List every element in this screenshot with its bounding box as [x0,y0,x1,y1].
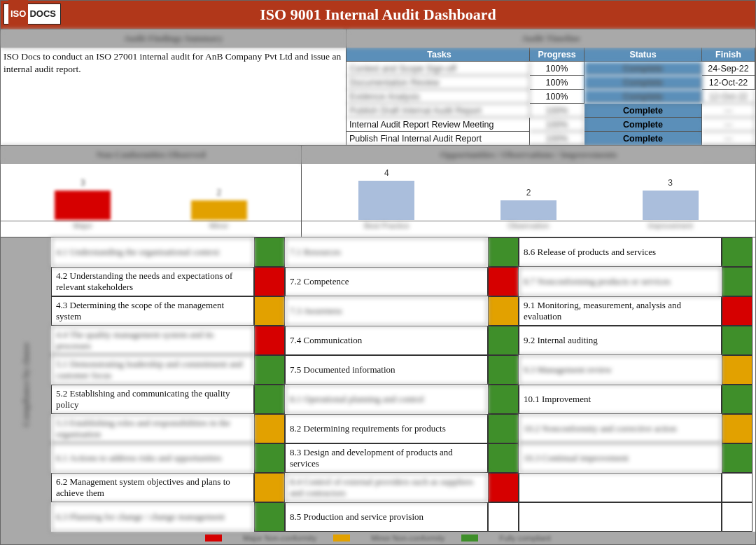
rag-cell [254,237,285,267]
rag-cell [488,237,519,267]
status-cell: Complete [584,132,702,146]
clause-cell: 8.3 Design and development of products a… [285,443,488,473]
legend-label: Major Non-conformity [243,534,316,542]
rag-cell [254,473,285,502]
timeline-table: Tasks Progress Status Finish Context and… [346,48,755,160]
rag-cell [722,267,752,296]
rag-cell [488,443,519,473]
chart-b-body: 4Best Practice2Observation3Improvement [302,164,755,237]
legend-swatch [461,534,478,541]
clause-cell: 7.1 Resources [285,237,488,267]
clause-cell: 7.4 Communication [285,326,488,355]
rag-cell [488,267,519,296]
clause-cell: 6.2 Management system objectives and pla… [51,473,254,502]
clause-cell: 9.2 Internal auditing [519,326,722,355]
chart-b-bar: 2Observation [458,188,600,233]
page-title: ISO 9001 Internal Audit Dashboard [260,6,496,23]
finish-cell: 12-Oct-22 [702,90,755,104]
rag-cell [722,296,752,326]
clause-cell: 4.4 The quality management system and it… [51,326,254,355]
progress-cell: 100% [530,104,584,118]
rag-cell [722,237,752,267]
rag-cell [488,414,519,443]
rag-cell [722,502,752,532]
clause-cell: 8.1 Operational planning and control [285,385,488,414]
clause-cell: 4.1 Understanding the organisational con… [51,237,254,267]
clause-cell: 7.2 Competence [285,267,488,296]
clause-cell [519,473,722,502]
clause-cell: 7.5 Documented information [285,355,488,385]
rag-cell [254,267,285,296]
legend-label: Fully compliant [499,534,550,542]
summary-heading-obscured: Audit Findings Summary [1,29,346,48]
rag-cell [488,502,519,532]
col-tasks: Tasks [346,48,530,62]
clause-cell: 7.3 Awareness [285,296,488,326]
logo-docs-text: DOCS [29,0,56,28]
clause-cell: 8.4 Control of external providers such a… [285,473,488,502]
timeline-row: Internal Audit Report Review Meeting100%… [346,118,755,132]
chart-b-bar: 3Improvement [599,178,741,233]
clause-cell: 6.1 Actions to address risks and opportu… [51,443,254,473]
clause-cell: 5.2 Establishing and communicating the q… [51,385,254,414]
legend-footer: Major Non-conformityMinor Non-conformity… [1,532,755,544]
clause-cell: 10.3 Continual improvement [519,443,722,473]
row-charts: Non Conformities Observed 3Major2Minor O… [1,145,755,237]
logo-iso-text: ISO [8,0,28,29]
task-cell: Context and Scope Sign-off [346,62,530,76]
chart-a-heading-obscured: Non Conformities Observed [1,146,301,164]
task-cell: Publish Final Internal Audit Report [346,132,530,146]
clause-cell: 9.1 Monitoring, measurement, analysis an… [519,296,722,326]
row-clause-matrix: Compliance by clause 4.1 Understanding t… [1,237,755,532]
clause-cell: 9.3 Management review [519,355,722,385]
clause-cell: 5.3 Establishing roles and responsibilit… [51,414,254,443]
progress-cell: 100% [530,62,584,76]
rag-cell [488,385,519,414]
rag-cell [254,414,285,443]
rag-cell [254,296,285,326]
clause-cell: 5.1 Demonstrating leadership and commitm… [51,355,254,385]
timeline-header-row: Tasks Progress Status Finish [346,48,755,62]
col-progress: Progress [530,48,584,62]
rag-cell [254,355,285,385]
status-cell: Complete [584,76,702,90]
rag-cell [488,326,519,355]
clause-cell: 8.7 Nonconforming products or services [519,267,722,296]
rag-cell [722,385,752,414]
clause-cell: 8.5 Production and service provision [285,502,488,532]
finish-cell: — [702,104,755,118]
status-cell: Complete [584,62,702,76]
task-cell: Publish Draft Internal Audit Report [346,104,530,118]
status-cell: Complete [584,90,702,104]
audit-summary-pane: Audit Findings Summary ISO Docs to condu… [1,29,346,145]
summary-body: ISO Docs to conduct an ISO 27001 interna… [1,48,346,145]
rag-cell [722,326,752,355]
col-finish: Finish [702,48,755,62]
chart-a-bar: 3Major [15,178,151,233]
timeline-row: Context and Scope Sign-off100%Complete24… [346,62,755,76]
timeline-row: Publish Draft Internal Audit Report100%C… [346,104,755,118]
rag-cell [254,502,285,532]
rag-cell [722,473,752,502]
chart-b-heading-obscured: Opportunities / Observations / Improveme… [302,146,755,164]
chart-observations: Opportunities / Observations / Improveme… [302,146,755,237]
clause-grid: 4.1 Understanding the organisational con… [51,237,755,532]
finish-cell: — [702,132,755,146]
chart-nonconformities: Non Conformities Observed 3Major2Minor [1,146,302,237]
rag-cell [488,355,519,385]
clause-cell: 8.6 Release of products and services [519,237,722,267]
progress-cell: 100% [530,90,584,104]
rag-cell [722,414,752,443]
status-cell: Complete [584,104,702,118]
legend-label: Minor Non-conformity [371,534,444,542]
audit-timeline-pane: Audit Timeline Tasks Progress Status Fin… [346,29,755,145]
rag-cell [488,473,519,502]
clause-cell: 4.3 Determining the scope of the managem… [51,296,254,326]
clause-cell: 10.2 Nonconformity and corrective action [519,414,722,443]
timeline-row: Documentation Review100%Complete12-Oct-2… [346,76,755,90]
progress-cell: 100% [530,118,584,132]
rag-cell [254,443,285,473]
progress-cell: 100% [530,132,584,146]
clause-cell: 6.3 Planning for change / change managem… [51,502,254,532]
row-summary-timeline: Audit Findings Summary ISO Docs to condu… [1,29,755,145]
